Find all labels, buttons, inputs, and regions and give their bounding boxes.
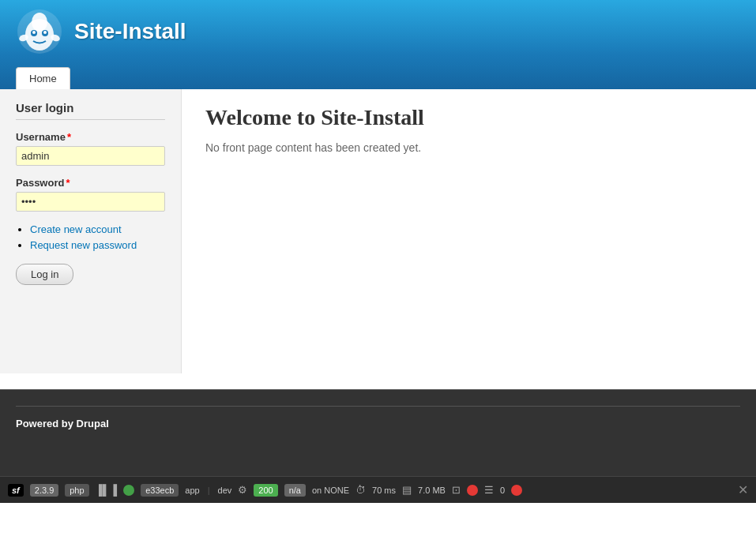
status-circle-green [123,485,134,496]
create-account-link[interactable]: Create new account [30,223,122,235]
password-group: Password* [16,177,165,212]
main-content: User login Username* Password* Create ne… [0,89,756,373]
site-title: Site-Install [74,19,186,44]
sidebar-links: Create new account Request new password [30,223,165,251]
password-required-star: * [66,177,70,189]
hash-badge[interactable]: e33ecb [141,484,179,497]
site-header: Site-Install Home [0,0,756,89]
status-circle-red [467,485,478,496]
site-footer: Powered by Drupal [0,389,756,476]
memory-value: 7.0 MB [418,486,446,495]
list-item: Request new password [30,238,165,251]
drupal-logo-icon [16,8,63,55]
drupal-brand: Drupal [77,418,109,429]
svg-point-5 [32,31,36,34]
page-description: No front page content has been created y… [205,141,732,154]
sf-logo: sf [8,484,24,497]
username-required-star: * [67,131,71,143]
sf-version[interactable]: 2.3.9 [30,484,58,497]
page-title: Welcome to Site-Install [205,105,732,130]
login-button[interactable]: Log in [16,264,73,285]
status-label-badge[interactable]: n/a [284,484,306,497]
debug-bar: sf 2.3.9 php ▐▌▐ e33ecb app | dev ⚙ 200 … [0,476,756,503]
gear-icon[interactable]: ⚙ [238,484,247,496]
nav-tab-home[interactable]: Home [16,67,70,89]
screen-icon: ⊡ [452,484,461,496]
logo-container: Site-Install [16,8,186,55]
memory-icon: ▤ [402,484,412,496]
svg-point-6 [43,31,47,34]
username-group: Username* [16,131,165,166]
svg-point-2 [32,13,47,32]
password-input[interactable] [16,192,165,212]
password-label: Password* [16,177,165,189]
sidebar-title: User login [16,101,165,120]
username-label: Username* [16,131,165,143]
mode-label: dev [218,486,232,495]
page-content: Welcome to Site-Install No front page co… [182,89,756,373]
error-circle-red [511,485,522,496]
list-icon: ☰ [484,484,494,496]
nav-bar: Home [16,67,740,89]
footer-divider [16,406,740,407]
php-badge[interactable]: php [65,484,88,497]
on-none-label: on NONE [312,486,349,495]
debug-close-button[interactable]: ✕ [738,482,748,497]
env-label: app [185,486,199,495]
username-input[interactable] [16,146,165,166]
list-item: Create new account [30,223,165,235]
clock-icon: ⏱ [355,484,366,496]
count-value: 0 [500,486,505,495]
status-code-badge[interactable]: 200 [254,484,277,497]
sidebar: User login Username* Password* Create ne… [0,89,182,373]
powered-by-text: Powered by Drupal [16,418,740,429]
bar-chart-icon: ▐▌▐ [96,484,118,496]
time-value: 70 ms [372,486,396,495]
request-password-link[interactable]: Request new password [30,239,137,251]
